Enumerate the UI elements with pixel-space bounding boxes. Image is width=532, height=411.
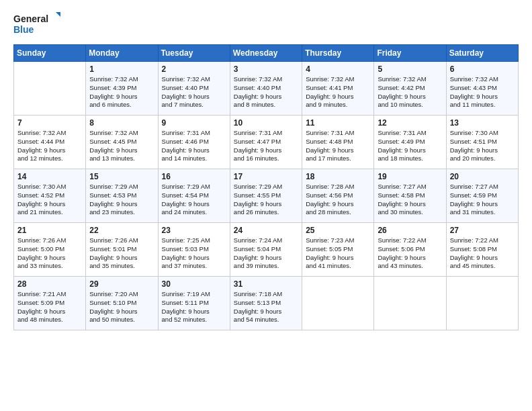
calendar-cell: 14Sunrise: 7:30 AM Sunset: 4:52 PM Dayli… <box>14 169 86 223</box>
calendar-cell: 25Sunrise: 7:23 AM Sunset: 5:05 PM Dayli… <box>302 223 374 277</box>
calendar-cell <box>374 277 446 330</box>
day-number: 23 <box>162 226 226 235</box>
day-info: Sunrise: 7:31 AM Sunset: 4:48 PM Dayligh… <box>306 129 370 163</box>
day-info: Sunrise: 7:31 AM Sunset: 4:46 PM Dayligh… <box>162 129 226 163</box>
day-info: Sunrise: 7:32 AM Sunset: 4:40 PM Dayligh… <box>162 75 226 109</box>
day-number: 28 <box>17 279 82 289</box>
day-number: 31 <box>234 279 298 289</box>
weekday-header-cell: Friday <box>374 45 446 62</box>
day-number: 17 <box>234 172 298 181</box>
calendar-cell: 19Sunrise: 7:27 AM Sunset: 4:58 PM Dayli… <box>374 169 446 223</box>
calendar-cell: 16Sunrise: 7:29 AM Sunset: 4:54 PM Dayli… <box>158 169 230 223</box>
calendar-week-row: 28Sunrise: 7:21 AM Sunset: 5:09 PM Dayli… <box>14 277 519 330</box>
weekday-header-cell: Wednesday <box>230 45 302 62</box>
day-number: 6 <box>450 64 515 74</box>
calendar-cell: 13Sunrise: 7:30 AM Sunset: 4:51 PM Dayli… <box>446 116 518 169</box>
day-number: 26 <box>378 226 442 235</box>
calendar-cell: 20Sunrise: 7:27 AM Sunset: 4:59 PM Dayli… <box>446 169 518 223</box>
day-number: 13 <box>450 118 515 128</box>
day-number: 3 <box>234 64 298 74</box>
day-number: 7 <box>17 118 82 128</box>
day-info: Sunrise: 7:27 AM Sunset: 4:58 PM Dayligh… <box>378 183 442 217</box>
day-info: Sunrise: 7:23 AM Sunset: 5:05 PM Dayligh… <box>306 236 370 271</box>
weekday-header-cell: Tuesday <box>158 45 230 62</box>
day-info: Sunrise: 7:32 AM Sunset: 4:39 PM Dayligh… <box>89 75 154 109</box>
svg-text:General: General <box>13 13 48 24</box>
calendar-cell: 26Sunrise: 7:22 AM Sunset: 5:06 PM Dayli… <box>374 223 446 277</box>
day-info: Sunrise: 7:32 AM Sunset: 4:40 PM Dayligh… <box>234 75 298 109</box>
calendar-cell <box>302 277 374 330</box>
day-number: 21 <box>17 226 82 235</box>
day-number: 25 <box>306 226 370 235</box>
day-number: 20 <box>450 172 515 181</box>
day-number: 15 <box>89 172 154 181</box>
header: General Blue <box>13 11 519 38</box>
day-info: Sunrise: 7:32 AM Sunset: 4:41 PM Dayligh… <box>306 75 370 109</box>
calendar-cell: 8Sunrise: 7:32 AM Sunset: 4:45 PM Daylig… <box>86 116 158 169</box>
weekday-header-cell: Saturday <box>446 45 518 62</box>
day-number: 9 <box>162 118 226 128</box>
day-number: 18 <box>306 172 370 181</box>
calendar-cell: 22Sunrise: 7:26 AM Sunset: 5:01 PM Dayli… <box>86 223 158 277</box>
day-info: Sunrise: 7:32 AM Sunset: 4:44 PM Dayligh… <box>17 129 82 163</box>
day-number: 1 <box>89 64 154 74</box>
calendar-cell: 9Sunrise: 7:31 AM Sunset: 4:46 PM Daylig… <box>158 116 230 169</box>
day-number: 24 <box>234 226 298 235</box>
calendar-cell: 5Sunrise: 7:32 AM Sunset: 4:42 PM Daylig… <box>374 62 446 116</box>
calendar-cell: 29Sunrise: 7:20 AM Sunset: 5:10 PM Dayli… <box>86 277 158 330</box>
calendar-cell: 11Sunrise: 7:31 AM Sunset: 4:48 PM Dayli… <box>302 116 374 169</box>
day-info: Sunrise: 7:26 AM Sunset: 5:01 PM Dayligh… <box>89 236 154 271</box>
day-info: Sunrise: 7:29 AM Sunset: 4:55 PM Dayligh… <box>234 183 298 217</box>
calendar-cell: 6Sunrise: 7:32 AM Sunset: 4:43 PM Daylig… <box>446 62 518 116</box>
day-number: 5 <box>378 64 442 74</box>
calendar-cell: 18Sunrise: 7:28 AM Sunset: 4:56 PM Dayli… <box>302 169 374 223</box>
svg-marker-2 <box>56 12 60 17</box>
calendar-cell: 2Sunrise: 7:32 AM Sunset: 4:40 PM Daylig… <box>158 62 230 116</box>
calendar-cell: 4Sunrise: 7:32 AM Sunset: 4:41 PM Daylig… <box>302 62 374 116</box>
day-info: Sunrise: 7:26 AM Sunset: 5:00 PM Dayligh… <box>17 236 82 271</box>
day-info: Sunrise: 7:31 AM Sunset: 4:47 PM Dayligh… <box>234 129 298 163</box>
day-info: Sunrise: 7:29 AM Sunset: 4:53 PM Dayligh… <box>89 183 154 217</box>
day-number: 4 <box>306 64 370 74</box>
calendar-cell: 28Sunrise: 7:21 AM Sunset: 5:09 PM Dayli… <box>14 277 86 330</box>
day-number: 16 <box>162 172 226 181</box>
day-info: Sunrise: 7:19 AM Sunset: 5:11 PM Dayligh… <box>162 290 226 324</box>
day-info: Sunrise: 7:32 AM Sunset: 4:45 PM Dayligh… <box>89 129 154 163</box>
calendar-week-row: 7Sunrise: 7:32 AM Sunset: 4:44 PM Daylig… <box>14 116 519 169</box>
calendar-cell: 12Sunrise: 7:31 AM Sunset: 4:49 PM Dayli… <box>374 116 446 169</box>
day-info: Sunrise: 7:32 AM Sunset: 4:43 PM Dayligh… <box>450 75 515 109</box>
calendar-week-row: 14Sunrise: 7:30 AM Sunset: 4:52 PM Dayli… <box>14 169 519 223</box>
day-number: 14 <box>17 172 82 181</box>
day-info: Sunrise: 7:22 AM Sunset: 5:08 PM Dayligh… <box>450 236 515 271</box>
weekday-header-cell: Monday <box>86 45 158 62</box>
day-number: 29 <box>89 279 154 289</box>
day-number: 27 <box>450 226 515 235</box>
calendar-cell: 27Sunrise: 7:22 AM Sunset: 5:08 PM Dayli… <box>446 223 518 277</box>
day-info: Sunrise: 7:27 AM Sunset: 4:59 PM Dayligh… <box>450 183 515 217</box>
day-number: 30 <box>162 279 226 289</box>
day-number: 19 <box>378 172 442 181</box>
calendar-cell: 15Sunrise: 7:29 AM Sunset: 4:53 PM Dayli… <box>86 169 158 223</box>
calendar-cell: 21Sunrise: 7:26 AM Sunset: 5:00 PM Dayli… <box>14 223 86 277</box>
day-info: Sunrise: 7:20 AM Sunset: 5:10 PM Dayligh… <box>89 290 154 324</box>
day-info: Sunrise: 7:21 AM Sunset: 5:09 PM Dayligh… <box>17 290 82 324</box>
calendar-week-row: 1Sunrise: 7:32 AM Sunset: 4:39 PM Daylig… <box>14 62 519 116</box>
weekday-header-cell: Thursday <box>302 45 374 62</box>
calendar-cell <box>446 277 518 330</box>
day-info: Sunrise: 7:24 AM Sunset: 5:04 PM Dayligh… <box>234 236 298 271</box>
day-info: Sunrise: 7:31 AM Sunset: 4:49 PM Dayligh… <box>378 129 442 163</box>
day-number: 11 <box>306 118 370 128</box>
calendar-cell: 3Sunrise: 7:32 AM Sunset: 4:40 PM Daylig… <box>230 62 302 116</box>
day-info: Sunrise: 7:30 AM Sunset: 4:51 PM Dayligh… <box>450 129 515 163</box>
day-number: 22 <box>89 226 154 235</box>
day-info: Sunrise: 7:32 AM Sunset: 4:42 PM Dayligh… <box>378 75 442 109</box>
calendar-week-row: 21Sunrise: 7:26 AM Sunset: 5:00 PM Dayli… <box>14 223 519 277</box>
logo-svg: General Blue <box>13 11 60 38</box>
day-info: Sunrise: 7:30 AM Sunset: 4:52 PM Dayligh… <box>17 183 82 217</box>
calendar-cell: 23Sunrise: 7:25 AM Sunset: 5:03 PM Dayli… <box>158 223 230 277</box>
calendar-cell: 31Sunrise: 7:18 AM Sunset: 5:13 PM Dayli… <box>230 277 302 330</box>
calendar-table: SundayMondayTuesdayWednesdayThursdayFrid… <box>13 44 519 330</box>
calendar-cell: 24Sunrise: 7:24 AM Sunset: 5:04 PM Dayli… <box>230 223 302 277</box>
day-info: Sunrise: 7:18 AM Sunset: 5:13 PM Dayligh… <box>234 290 298 324</box>
svg-text:Blue: Blue <box>13 24 34 35</box>
